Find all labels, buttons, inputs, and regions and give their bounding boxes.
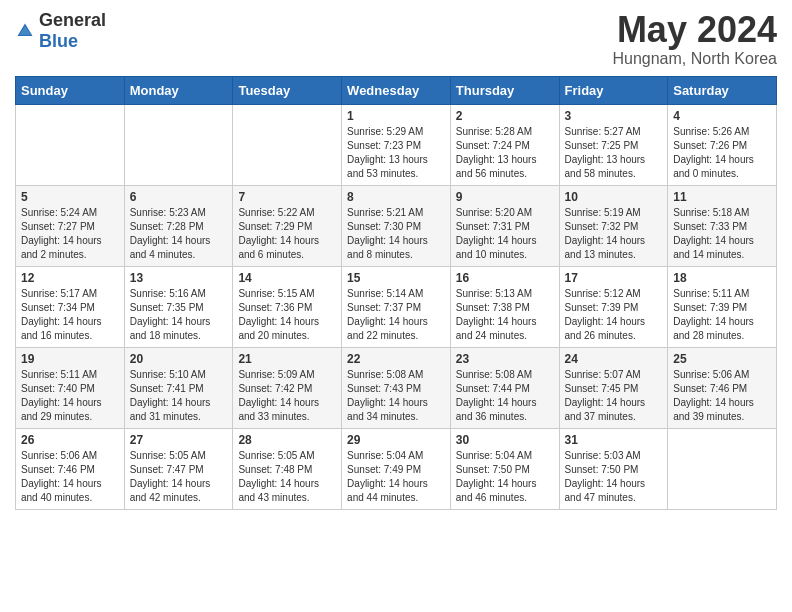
calendar-week-5: 26Sunrise: 5:06 AMSunset: 7:46 PMDayligh… [16,428,777,509]
day-info: Sunrise: 5:20 AMSunset: 7:31 PMDaylight:… [456,206,554,262]
day-info: Sunrise: 5:05 AMSunset: 7:48 PMDaylight:… [238,449,336,505]
calendar-cell: 28Sunrise: 5:05 AMSunset: 7:48 PMDayligh… [233,428,342,509]
calendar-cell: 24Sunrise: 5:07 AMSunset: 7:45 PMDayligh… [559,347,668,428]
day-info: Sunrise: 5:17 AMSunset: 7:34 PMDaylight:… [21,287,119,343]
day-info: Sunrise: 5:04 AMSunset: 7:49 PMDaylight:… [347,449,445,505]
calendar-cell: 3Sunrise: 5:27 AMSunset: 7:25 PMDaylight… [559,104,668,185]
day-number: 28 [238,433,336,447]
calendar-cell: 21Sunrise: 5:09 AMSunset: 7:42 PMDayligh… [233,347,342,428]
calendar-cell: 22Sunrise: 5:08 AMSunset: 7:43 PMDayligh… [342,347,451,428]
day-number: 29 [347,433,445,447]
day-number: 20 [130,352,228,366]
day-number: 31 [565,433,663,447]
day-number: 1 [347,109,445,123]
calendar-week-2: 5Sunrise: 5:24 AMSunset: 7:27 PMDaylight… [16,185,777,266]
page-header: General Blue May 2024 Hungnam, North Kor… [15,10,777,68]
day-info: Sunrise: 5:12 AMSunset: 7:39 PMDaylight:… [565,287,663,343]
calendar-week-1: 1Sunrise: 5:29 AMSunset: 7:23 PMDaylight… [16,104,777,185]
day-info: Sunrise: 5:24 AMSunset: 7:27 PMDaylight:… [21,206,119,262]
calendar-cell [668,428,777,509]
calendar-cell: 23Sunrise: 5:08 AMSunset: 7:44 PMDayligh… [450,347,559,428]
day-info: Sunrise: 5:16 AMSunset: 7:35 PMDaylight:… [130,287,228,343]
day-number: 26 [21,433,119,447]
day-info: Sunrise: 5:26 AMSunset: 7:26 PMDaylight:… [673,125,771,181]
day-info: Sunrise: 5:07 AMSunset: 7:45 PMDaylight:… [565,368,663,424]
page-title: May 2024 [612,10,777,50]
day-number: 12 [21,271,119,285]
day-number: 16 [456,271,554,285]
day-info: Sunrise: 5:06 AMSunset: 7:46 PMDaylight:… [673,368,771,424]
calendar-week-3: 12Sunrise: 5:17 AMSunset: 7:34 PMDayligh… [16,266,777,347]
day-info: Sunrise: 5:14 AMSunset: 7:37 PMDaylight:… [347,287,445,343]
day-number: 17 [565,271,663,285]
calendar-cell: 19Sunrise: 5:11 AMSunset: 7:40 PMDayligh… [16,347,125,428]
day-number: 15 [347,271,445,285]
day-number: 11 [673,190,771,204]
calendar-week-4: 19Sunrise: 5:11 AMSunset: 7:40 PMDayligh… [16,347,777,428]
day-number: 19 [21,352,119,366]
day-info: Sunrise: 5:15 AMSunset: 7:36 PMDaylight:… [238,287,336,343]
day-info: Sunrise: 5:13 AMSunset: 7:38 PMDaylight:… [456,287,554,343]
day-number: 4 [673,109,771,123]
calendar-cell: 29Sunrise: 5:04 AMSunset: 7:49 PMDayligh… [342,428,451,509]
logo-blue: Blue [39,31,78,51]
calendar-cell: 14Sunrise: 5:15 AMSunset: 7:36 PMDayligh… [233,266,342,347]
day-number: 25 [673,352,771,366]
weekday-header-monday: Monday [124,76,233,104]
calendar-table: SundayMondayTuesdayWednesdayThursdayFrid… [15,76,777,510]
day-number: 5 [21,190,119,204]
day-number: 2 [456,109,554,123]
day-number: 23 [456,352,554,366]
day-info: Sunrise: 5:27 AMSunset: 7:25 PMDaylight:… [565,125,663,181]
calendar-cell: 15Sunrise: 5:14 AMSunset: 7:37 PMDayligh… [342,266,451,347]
calendar-cell: 5Sunrise: 5:24 AMSunset: 7:27 PMDaylight… [16,185,125,266]
day-number: 14 [238,271,336,285]
day-info: Sunrise: 5:04 AMSunset: 7:50 PMDaylight:… [456,449,554,505]
day-info: Sunrise: 5:06 AMSunset: 7:46 PMDaylight:… [21,449,119,505]
day-info: Sunrise: 5:03 AMSunset: 7:50 PMDaylight:… [565,449,663,505]
day-number: 10 [565,190,663,204]
logo-icon [15,21,35,41]
calendar-cell: 2Sunrise: 5:28 AMSunset: 7:24 PMDaylight… [450,104,559,185]
calendar-cell: 8Sunrise: 5:21 AMSunset: 7:30 PMDaylight… [342,185,451,266]
day-number: 27 [130,433,228,447]
day-number: 24 [565,352,663,366]
calendar-cell: 26Sunrise: 5:06 AMSunset: 7:46 PMDayligh… [16,428,125,509]
calendar-cell: 4Sunrise: 5:26 AMSunset: 7:26 PMDaylight… [668,104,777,185]
day-info: Sunrise: 5:10 AMSunset: 7:41 PMDaylight:… [130,368,228,424]
day-number: 9 [456,190,554,204]
title-block: May 2024 Hungnam, North Korea [612,10,777,68]
day-info: Sunrise: 5:19 AMSunset: 7:32 PMDaylight:… [565,206,663,262]
page-subtitle: Hungnam, North Korea [612,50,777,68]
calendar-cell: 30Sunrise: 5:04 AMSunset: 7:50 PMDayligh… [450,428,559,509]
day-number: 21 [238,352,336,366]
weekday-header-row: SundayMondayTuesdayWednesdayThursdayFrid… [16,76,777,104]
logo: General Blue [15,10,106,52]
calendar-cell [16,104,125,185]
day-info: Sunrise: 5:22 AMSunset: 7:29 PMDaylight:… [238,206,336,262]
day-info: Sunrise: 5:23 AMSunset: 7:28 PMDaylight:… [130,206,228,262]
day-info: Sunrise: 5:21 AMSunset: 7:30 PMDaylight:… [347,206,445,262]
calendar-cell: 9Sunrise: 5:20 AMSunset: 7:31 PMDaylight… [450,185,559,266]
weekday-header-sunday: Sunday [16,76,125,104]
day-number: 8 [347,190,445,204]
day-info: Sunrise: 5:08 AMSunset: 7:43 PMDaylight:… [347,368,445,424]
weekday-header-wednesday: Wednesday [342,76,451,104]
day-number: 7 [238,190,336,204]
calendar-cell: 7Sunrise: 5:22 AMSunset: 7:29 PMDaylight… [233,185,342,266]
day-number: 13 [130,271,228,285]
calendar-cell: 20Sunrise: 5:10 AMSunset: 7:41 PMDayligh… [124,347,233,428]
day-info: Sunrise: 5:11 AMSunset: 7:40 PMDaylight:… [21,368,119,424]
day-info: Sunrise: 5:29 AMSunset: 7:23 PMDaylight:… [347,125,445,181]
day-number: 18 [673,271,771,285]
calendar-cell: 6Sunrise: 5:23 AMSunset: 7:28 PMDaylight… [124,185,233,266]
weekday-header-thursday: Thursday [450,76,559,104]
day-info: Sunrise: 5:05 AMSunset: 7:47 PMDaylight:… [130,449,228,505]
calendar-cell [124,104,233,185]
calendar-cell: 27Sunrise: 5:05 AMSunset: 7:47 PMDayligh… [124,428,233,509]
day-info: Sunrise: 5:08 AMSunset: 7:44 PMDaylight:… [456,368,554,424]
day-info: Sunrise: 5:11 AMSunset: 7:39 PMDaylight:… [673,287,771,343]
calendar-cell: 10Sunrise: 5:19 AMSunset: 7:32 PMDayligh… [559,185,668,266]
calendar-cell: 31Sunrise: 5:03 AMSunset: 7:50 PMDayligh… [559,428,668,509]
day-info: Sunrise: 5:18 AMSunset: 7:33 PMDaylight:… [673,206,771,262]
